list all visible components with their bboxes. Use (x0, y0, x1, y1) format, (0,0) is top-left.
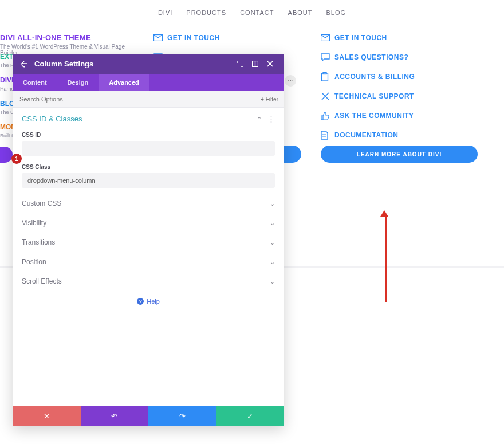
mail-icon (153, 34, 167, 41)
field-css-class: CSS Class (13, 162, 284, 194)
close-icon: ✕ (44, 412, 50, 421)
redo-button[interactable]: ↷ (148, 406, 216, 426)
section-custom-css[interactable]: Custom CSS⌄ (13, 194, 284, 213)
link-label: ASK THE COMMUNITY (334, 112, 414, 120)
chevron-down-icon: ⌄ (270, 258, 275, 266)
arrow-head-icon (380, 210, 388, 217)
nav-contact[interactable]: CONTACT (240, 9, 274, 16)
close-icon[interactable] (267, 61, 276, 67)
link-label: ACCOUNTS & BILLING (334, 73, 415, 81)
ellipsis-badge[interactable]: ⋯ (285, 75, 296, 87)
chevron-down-icon: ⌄ (270, 239, 275, 246)
help-icon: ? (137, 298, 144, 305)
modal-header: Column Settings (13, 54, 284, 74)
clipboard-icon (321, 72, 334, 81)
mail-icon (321, 34, 334, 41)
discard-button[interactable]: ✕ (13, 406, 81, 426)
expand-icon[interactable] (237, 61, 246, 67)
hero-title: DIVI ALL-IN-ONE THEME (0, 33, 143, 42)
undo-button[interactable]: ↶ (81, 406, 149, 426)
link-documentation[interactable]: DOCUMENTATION (321, 129, 475, 141)
document-icon (321, 131, 334, 140)
learn-more-button[interactable]: LEARN MORE ABOUT DIVI (321, 146, 478, 163)
css-id-input[interactable] (22, 141, 275, 156)
link-technical-support[interactable]: TECHNICAL SUPPORT (321, 91, 475, 102)
search-input[interactable] (13, 91, 255, 107)
help-link[interactable]: ?Help (13, 291, 284, 312)
nav-blog[interactable]: BLOG (326, 9, 346, 16)
modal-tabs: Content Design Advanced (13, 74, 284, 91)
top-nav: DIVI PRODUCTS CONTACT ABOUT BLOG (0, 9, 504, 16)
annotation-arrow (383, 210, 388, 302)
annotation-marker-1: 1 (11, 154, 22, 164)
thumbs-up-icon (321, 112, 334, 120)
chevron-up-icon: ⌃ (257, 116, 262, 123)
filter-button[interactable]: +Filter (255, 93, 284, 106)
tools-icon (321, 92, 334, 101)
nav-divi[interactable]: DIVI (158, 9, 172, 16)
link-label: TECHNICAL SUPPORT (334, 92, 414, 100)
snap-icon[interactable] (252, 61, 261, 67)
link-label: SALES QUESTIONS? (334, 53, 408, 61)
link-label: DOCUMENTATION (334, 131, 398, 139)
section-visibility[interactable]: Visibility⌄ (13, 213, 284, 233)
modal-title: Column Settings (34, 60, 231, 68)
modal-footer: ✕ ↶ ↷ ✓ (13, 406, 284, 426)
nav-about[interactable]: ABOUT (288, 9, 313, 16)
link-label: GET IN TOUCH (334, 34, 387, 42)
modal-body: CSS ID & Classes ⌃⋮ CSS ID CSS Class Cus… (13, 108, 284, 406)
css-class-input[interactable] (22, 173, 275, 188)
back-button[interactable] (21, 60, 29, 68)
tab-design[interactable]: Design (57, 74, 99, 91)
column-settings-modal: Column Settings Content Design Advanced … (13, 54, 284, 426)
section-position[interactable]: Position⌄ (13, 252, 284, 272)
link-ask-community[interactable]: ASK THE COMMUNITY (321, 110, 475, 121)
arrow-line (385, 217, 387, 302)
chevron-down-icon: ⌄ (270, 278, 275, 285)
undo-icon: ↶ (111, 412, 117, 421)
chat-icon (321, 53, 334, 61)
chevron-down-icon: ⌄ (270, 219, 275, 227)
link-get-in-touch[interactable]: GET IN TOUCH (321, 32, 475, 44)
save-button[interactable]: ✓ (216, 406, 285, 426)
section-transitions[interactable]: Transitions⌄ (13, 233, 284, 252)
link-accounts-billing[interactable]: ACCOUNTS & BILLING (321, 71, 475, 82)
redo-icon: ↷ (179, 412, 186, 421)
nav-products[interactable]: PRODUCTS (186, 9, 226, 16)
link-label: GET IN TOUCH (167, 34, 220, 42)
section-scroll-effects[interactable]: Scroll Effects⌄ (13, 272, 284, 291)
kebab-icon[interactable]: ⋮ (267, 115, 275, 123)
hero-button-stub[interactable] (0, 147, 13, 163)
contact-links-right: GET IN TOUCH SALES QUESTIONS? ACCOUNTS &… (321, 32, 475, 149)
search-bar: +Filter (13, 91, 284, 108)
field-css-id: CSS ID (13, 129, 284, 162)
link-sales-questions[interactable]: SALES QUESTIONS? (321, 52, 475, 63)
chevron-down-icon: ⌄ (270, 200, 275, 207)
tab-advanced[interactable]: Advanced (99, 74, 149, 91)
section-css-id-classes[interactable]: CSS ID & Classes ⌃⋮ (13, 108, 284, 129)
link-get-in-touch[interactable]: GET IN TOUCH (153, 32, 308, 44)
tab-content[interactable]: Content (13, 74, 57, 91)
css-id-label: CSS ID (22, 132, 275, 138)
check-icon: ✓ (247, 412, 253, 421)
cta-stub[interactable] (284, 146, 301, 163)
css-class-label: CSS Class (22, 164, 275, 170)
